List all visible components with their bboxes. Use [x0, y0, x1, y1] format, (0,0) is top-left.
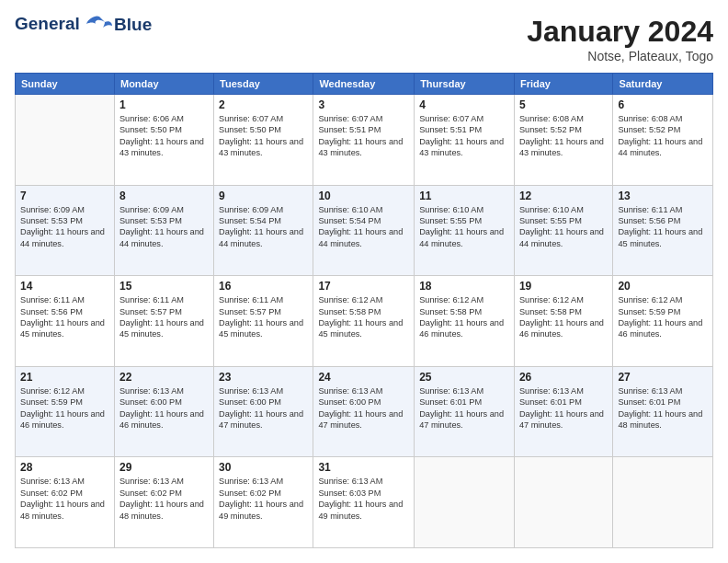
day-number: 28: [20, 461, 109, 474]
day-number: 26: [519, 371, 608, 384]
table-row: 29 Sunrise: 6:13 AMSunset: 6:02 PMDaylig…: [114, 457, 213, 548]
table-row: 13 Sunrise: 6:11 AMSunset: 5:56 PMDaylig…: [613, 185, 713, 276]
table-row: 5 Sunrise: 6:08 AMSunset: 5:52 PMDayligh…: [514, 95, 612, 186]
logo-blue: Blue: [114, 15, 152, 35]
day-info: Sunrise: 6:13 AMSunset: 6:00 PMDaylight:…: [318, 385, 409, 431]
table-row: [415, 457, 515, 548]
day-info: Sunrise: 6:10 AMSunset: 5:55 PMDaylight:…: [519, 204, 608, 250]
day-number: 12: [519, 190, 608, 202]
calendar-week-row: 1 Sunrise: 6:06 AMSunset: 5:50 PMDayligh…: [16, 95, 713, 186]
day-info: Sunrise: 6:12 AMSunset: 5:58 PMDaylight:…: [519, 294, 608, 340]
table-row: 16 Sunrise: 6:11 AMSunset: 5:57 PMDaylig…: [214, 276, 313, 367]
day-number: 16: [219, 280, 308, 293]
day-number: 9: [219, 190, 308, 202]
day-number: 30: [219, 461, 308, 474]
table-row: 26 Sunrise: 6:13 AMSunset: 6:01 PMDaylig…: [514, 366, 612, 457]
table-row: 14 Sunrise: 6:11 AMSunset: 5:56 PMDaylig…: [16, 276, 115, 367]
calendar-week-row: 14 Sunrise: 6:11 AMSunset: 5:56 PMDaylig…: [16, 276, 713, 367]
day-number: 25: [419, 371, 509, 384]
day-number: 22: [119, 371, 209, 384]
day-info: Sunrise: 6:10 AMSunset: 5:54 PMDaylight:…: [318, 204, 409, 250]
day-number: 21: [20, 371, 109, 384]
header: General Blue January 2024 Notse, Plateau…: [15, 15, 713, 63]
table-row: 28 Sunrise: 6:13 AMSunset: 6:02 PMDaylig…: [16, 457, 115, 548]
day-info: Sunrise: 6:11 AMSunset: 5:56 PMDaylight:…: [20, 294, 109, 340]
day-number: 10: [318, 190, 409, 202]
table-row: 25 Sunrise: 6:13 AMSunset: 6:01 PMDaylig…: [415, 366, 515, 457]
table-row: 7 Sunrise: 6:09 AMSunset: 5:53 PMDayligh…: [16, 185, 115, 276]
day-info: Sunrise: 6:06 AMSunset: 5:50 PMDaylight:…: [119, 113, 209, 159]
day-number: 19: [519, 280, 608, 293]
day-info: Sunrise: 6:07 AMSunset: 5:51 PMDaylight:…: [318, 113, 409, 159]
table-row: 27 Sunrise: 6:13 AMSunset: 6:01 PMDaylig…: [613, 366, 713, 457]
day-number: 1: [119, 98, 209, 111]
calendar-week-row: 28 Sunrise: 6:13 AMSunset: 6:02 PMDaylig…: [16, 457, 713, 548]
day-info: Sunrise: 6:11 AMSunset: 5:57 PMDaylight:…: [219, 294, 308, 340]
day-info: Sunrise: 6:07 AMSunset: 5:51 PMDaylight:…: [419, 113, 509, 159]
table-row: 30 Sunrise: 6:13 AMSunset: 6:02 PMDaylig…: [214, 457, 313, 548]
day-number: 27: [618, 371, 708, 384]
table-row: 19 Sunrise: 6:12 AMSunset: 5:58 PMDaylig…: [514, 276, 612, 367]
day-info: Sunrise: 6:12 AMSunset: 5:59 PMDaylight:…: [20, 385, 109, 431]
day-info: Sunrise: 6:10 AMSunset: 5:55 PMDaylight:…: [419, 204, 509, 250]
table-row: [514, 457, 612, 548]
day-number: 4: [419, 98, 509, 111]
day-info: Sunrise: 6:13 AMSunset: 6:01 PMDaylight:…: [419, 385, 509, 431]
table-row: 21 Sunrise: 6:12 AMSunset: 5:59 PMDaylig…: [16, 366, 115, 457]
table-row: 12 Sunrise: 6:10 AMSunset: 5:55 PMDaylig…: [514, 185, 612, 276]
table-row: 15 Sunrise: 6:11 AMSunset: 5:57 PMDaylig…: [114, 276, 213, 367]
header-tuesday: Tuesday: [214, 74, 313, 95]
table-row: 4 Sunrise: 6:07 AMSunset: 5:51 PMDayligh…: [415, 95, 515, 186]
table-row: 10 Sunrise: 6:10 AMSunset: 5:54 PMDaylig…: [313, 185, 415, 276]
day-info: Sunrise: 6:08 AMSunset: 5:52 PMDaylight:…: [519, 113, 608, 159]
day-info: Sunrise: 6:13 AMSunset: 6:01 PMDaylight:…: [618, 385, 708, 431]
day-info: Sunrise: 6:13 AMSunset: 6:01 PMDaylight:…: [519, 385, 608, 431]
day-number: 24: [318, 371, 409, 384]
day-info: Sunrise: 6:12 AMSunset: 5:58 PMDaylight:…: [318, 294, 409, 340]
table-row: 31 Sunrise: 6:13 AMSunset: 6:03 PMDaylig…: [313, 457, 415, 548]
table-row: 6 Sunrise: 6:08 AMSunset: 5:52 PMDayligh…: [613, 95, 713, 186]
page: General Blue January 2024 Notse, Plateau…: [0, 0, 728, 563]
calendar-table: Sunday Monday Tuesday Wednesday Thursday…: [15, 73, 713, 548]
table-row: 1 Sunrise: 6:06 AMSunset: 5:50 PMDayligh…: [114, 95, 213, 186]
day-number: 14: [20, 280, 109, 293]
header-sunday: Sunday: [16, 74, 115, 95]
logo-general: General: [15, 14, 80, 33]
day-number: 23: [219, 371, 308, 384]
header-wednesday: Wednesday: [313, 74, 415, 95]
table-row: 17 Sunrise: 6:12 AMSunset: 5:58 PMDaylig…: [313, 276, 415, 367]
day-info: Sunrise: 6:13 AMSunset: 6:00 PMDaylight:…: [219, 385, 308, 431]
day-info: Sunrise: 6:11 AMSunset: 5:57 PMDaylight:…: [119, 294, 209, 340]
day-info: Sunrise: 6:07 AMSunset: 5:50 PMDaylight:…: [219, 113, 308, 159]
day-number: 6: [618, 98, 708, 111]
table-row: 23 Sunrise: 6:13 AMSunset: 6:00 PMDaylig…: [214, 366, 313, 457]
logo: General Blue: [15, 15, 152, 35]
day-number: 7: [20, 190, 109, 202]
day-number: 17: [318, 280, 409, 293]
table-row: 3 Sunrise: 6:07 AMSunset: 5:51 PMDayligh…: [313, 95, 415, 186]
day-info: Sunrise: 6:11 AMSunset: 5:56 PMDaylight:…: [618, 204, 708, 250]
table-row: [16, 95, 115, 186]
day-info: Sunrise: 6:09 AMSunset: 5:53 PMDaylight:…: [119, 204, 209, 250]
day-info: Sunrise: 6:09 AMSunset: 5:54 PMDaylight:…: [219, 204, 308, 250]
table-row: 20 Sunrise: 6:12 AMSunset: 5:59 PMDaylig…: [613, 276, 713, 367]
day-info: Sunrise: 6:12 AMSunset: 5:59 PMDaylight:…: [618, 294, 708, 340]
day-info: Sunrise: 6:13 AMSunset: 6:02 PMDaylight:…: [219, 476, 308, 522]
table-row: 11 Sunrise: 6:10 AMSunset: 5:55 PMDaylig…: [415, 185, 515, 276]
day-number: 3: [318, 98, 409, 111]
day-info: Sunrise: 6:13 AMSunset: 6:02 PMDaylight:…: [119, 476, 209, 522]
logo-bird-icon: [86, 15, 112, 35]
table-row: 24 Sunrise: 6:13 AMSunset: 6:00 PMDaylig…: [313, 366, 415, 457]
day-info: Sunrise: 6:09 AMSunset: 5:53 PMDaylight:…: [20, 204, 109, 250]
calendar-week-row: 7 Sunrise: 6:09 AMSunset: 5:53 PMDayligh…: [16, 185, 713, 276]
day-number: 2: [219, 98, 308, 111]
header-friday: Friday: [514, 74, 612, 95]
header-monday: Monday: [114, 74, 213, 95]
day-number: 18: [419, 280, 509, 293]
table-row: 8 Sunrise: 6:09 AMSunset: 5:53 PMDayligh…: [114, 185, 213, 276]
day-number: 31: [318, 461, 409, 474]
day-info: Sunrise: 6:13 AMSunset: 6:02 PMDaylight:…: [20, 476, 109, 522]
header-saturday: Saturday: [613, 74, 713, 95]
day-number: 13: [618, 190, 708, 202]
title-block: January 2024 Notse, Plateaux, Togo: [527, 15, 713, 63]
